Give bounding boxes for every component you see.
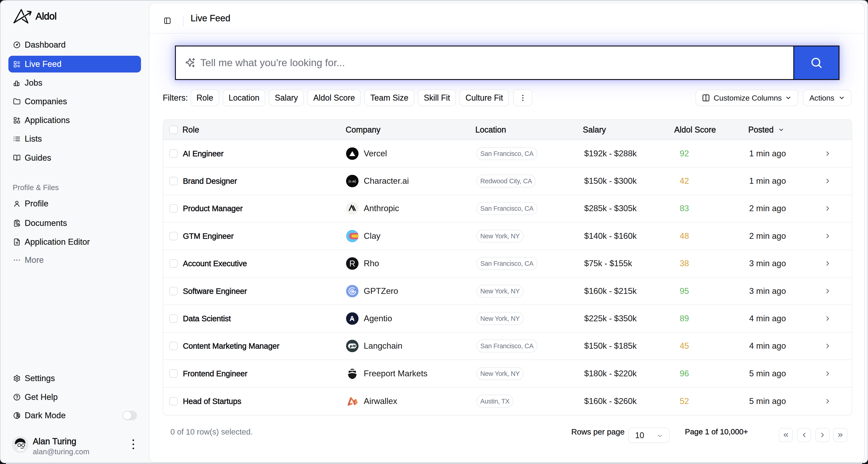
svg-text:R: R <box>349 259 355 268</box>
svg-text:W: W <box>16 241 18 244</box>
svg-text:(c.ai): (c.ai) <box>348 179 356 183</box>
